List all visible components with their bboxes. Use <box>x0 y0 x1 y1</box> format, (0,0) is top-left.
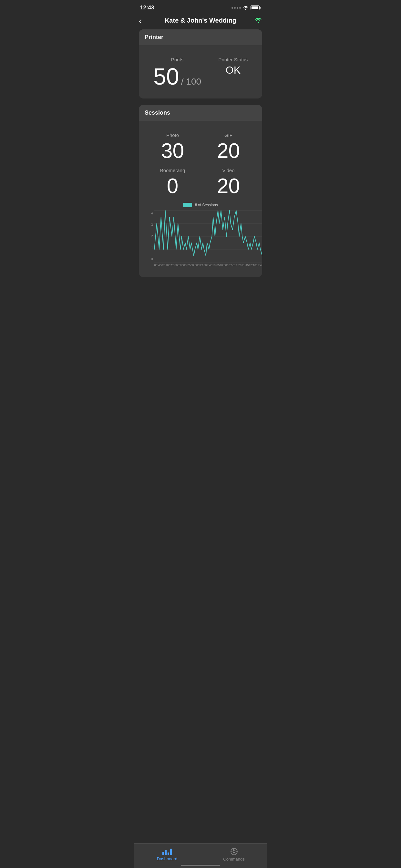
session-label: Photo <box>166 132 179 138</box>
sessions-grid: Photo 30 GIF 20 Boomerang 0 Video 20 <box>145 127 256 203</box>
session-value: 20 <box>217 176 240 196</box>
session-label: GIF <box>224 132 233 138</box>
legend-label: # of Sessions <box>195 203 218 207</box>
signal-icon <box>232 7 241 9</box>
y-label-2: 2 <box>151 235 153 238</box>
x-axis-label: 08:25 <box>183 264 191 267</box>
x-axis-label: 10:05 <box>212 264 220 267</box>
printer-card-header: Printer <box>139 29 262 45</box>
sessions-card-body: Photo 30 GIF 20 Boomerang 0 Video 20 # o… <box>139 121 262 277</box>
page-title: Kate & John's Wedding <box>165 17 236 24</box>
x-axis-label: 09:15 <box>198 264 205 267</box>
status-icons <box>232 5 261 10</box>
sessions-chart <box>154 211 262 262</box>
x-axis-label: 11:45 <box>242 264 249 267</box>
sessions-card: Sessions Photo 30 GIF 20 Boomerang 0 Vid… <box>139 105 262 277</box>
x-axis-label: 09:40 <box>205 264 212 267</box>
printer-status-value: OK <box>226 65 241 75</box>
nav-bar: ‹ Kate & John's Wedding <box>134 14 267 29</box>
x-axis-label: 10:55 <box>227 264 235 267</box>
x-axis-label: 07:10 <box>161 264 169 267</box>
y-label-4: 4 <box>151 212 153 215</box>
printer-status-label: Printer Status <box>218 57 248 62</box>
session-value: 20 <box>217 141 240 161</box>
session-item-gif: GIF 20 <box>201 132 256 161</box>
x-axis-label: 11:20 <box>234 264 242 267</box>
x-axis-label: 12:40 <box>256 264 262 267</box>
legend-color-box <box>183 203 192 207</box>
x-axis-label: 10:30 <box>220 264 227 267</box>
prints-stat: Prints 50 / 100 <box>153 57 201 88</box>
y-label-0: 0 <box>151 258 153 261</box>
session-value: 0 <box>167 176 179 196</box>
chart-area: # of Sessions 0 1 2 3 4 <box>145 203 256 267</box>
x-axis-label: 06:45 <box>154 264 162 267</box>
battery-icon <box>251 5 261 10</box>
prints-label: Prints <box>171 57 183 62</box>
printer-card-body: Prints 50 / 100 Printer Status OK <box>139 45 262 98</box>
session-item-photo: Photo 30 <box>145 132 201 161</box>
svg-point-1 <box>258 22 259 23</box>
session-item-video: Video 20 <box>201 167 256 196</box>
session-value: 30 <box>161 141 184 161</box>
status-bar: 12:43 <box>134 0 267 14</box>
prints-current: 50 <box>153 65 179 88</box>
wifi-icon <box>243 5 249 10</box>
printer-card: Printer Prints 50 / 100 Printer Status O… <box>139 29 262 98</box>
prints-value-row: 50 / 100 <box>153 65 201 88</box>
y-label-1: 1 <box>151 246 153 250</box>
session-label: Video <box>222 167 235 173</box>
sessions-card-header: Sessions <box>139 105 262 121</box>
y-label-3: 3 <box>151 223 153 227</box>
x-axis-label: 12:10 <box>249 264 256 267</box>
prints-separator: / 100 <box>181 76 201 87</box>
printer-stats: Prints 50 / 100 Printer Status OK <box>145 52 256 91</box>
chart-x-labels: 06:4507:1007:3508:0008:2508:5009:1509:40… <box>154 262 262 267</box>
sessions-card-title: Sessions <box>145 110 170 116</box>
printer-status-stat: Printer Status OK <box>218 57 248 75</box>
connection-status-icon <box>254 17 262 25</box>
x-axis-label: 08:50 <box>190 264 198 267</box>
x-axis-label: 07:35 <box>169 264 176 267</box>
session-label: Boomerang <box>160 167 185 173</box>
chart-legend: # of Sessions <box>145 203 256 207</box>
printer-card-title: Printer <box>145 34 163 40</box>
x-axis-label: 08:00 <box>176 264 183 267</box>
status-time: 12:43 <box>140 4 154 11</box>
svg-point-0 <box>245 9 246 10</box>
session-item-boomerang: Boomerang 0 <box>145 167 201 196</box>
back-button[interactable]: ‹ <box>139 17 142 25</box>
